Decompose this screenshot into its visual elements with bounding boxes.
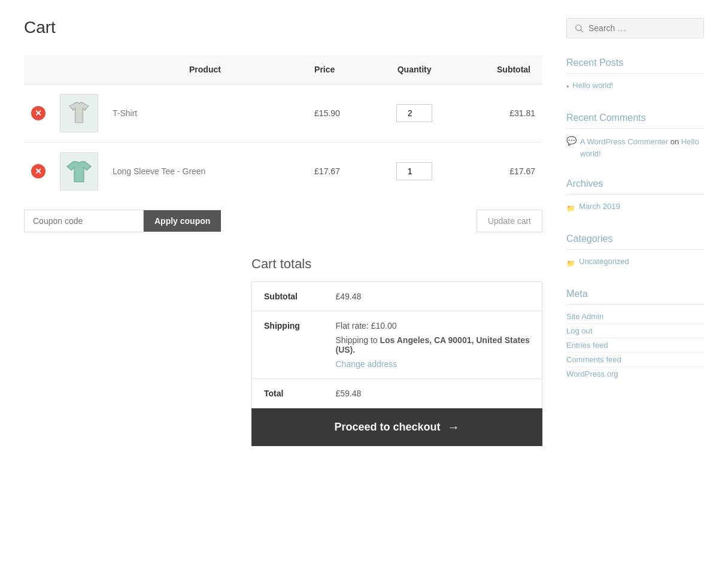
checkout-button[interactable]: Proceed to checkout →	[251, 408, 542, 446]
meta-link[interactable]: Site Admin	[566, 312, 704, 324]
update-cart-button[interactable]: Update cart	[477, 210, 542, 232]
product-image	[60, 152, 98, 190]
product-subtotal: £17.67	[456, 143, 542, 201]
sidebar-meta: Meta Site AdminLog outEntries feedCommen…	[566, 289, 704, 381]
folder-icon: 📁	[566, 259, 575, 268]
checkout-arrow-icon: →	[448, 420, 460, 434]
product-image	[60, 94, 98, 132]
shipping-label: Shipping	[252, 311, 324, 379]
apply-coupon-button[interactable]: Apply coupon	[144, 210, 221, 232]
svg-line-1	[581, 30, 583, 32]
product-price: £17.67	[307, 143, 373, 201]
remove-icon: ✕	[31, 164, 46, 178]
sidebar-recent-posts: Recent Posts ▪ Hello world!	[566, 57, 704, 93]
product-image-cell	[53, 84, 105, 143]
sidebar-archives: Archives 📁 March 2019	[566, 178, 704, 214]
meta-link[interactable]: Log out	[566, 326, 704, 338]
cart-totals-section: Cart totals Subtotal £49.48 Shipping Fla…	[24, 256, 542, 446]
shipping-address: Shipping to Los Angeles, CA 90001, Unite…	[336, 335, 530, 354]
subtotal-value: £49.48	[324, 282, 542, 311]
sidebar: Recent Posts ▪ Hello world! Recent Comme…	[566, 18, 704, 446]
post-icon: ▪	[566, 82, 569, 90]
meta-link[interactable]: Comments feed	[566, 355, 704, 367]
comment-icon: 💬	[566, 136, 577, 146]
recent-post-link[interactable]: Hello world!	[572, 81, 613, 90]
archive-link[interactable]: March 2019	[579, 202, 620, 211]
search-input[interactable]	[589, 23, 696, 33]
product-subtotal: £31.81	[456, 84, 542, 143]
remove-cell: ✕	[24, 143, 53, 201]
col-header-subtotal: Subtotal	[456, 55, 542, 84]
cart-totals-title: Cart totals	[251, 256, 542, 272]
list-item: 💬 A WordPress Commenter on Hello world!	[566, 136, 704, 159]
main-content: Cart Product Price Quantity Subtotal ✕	[24, 18, 542, 446]
subtotal-label: Subtotal	[252, 282, 324, 311]
svg-point-0	[576, 25, 581, 31]
folder-icon: 📁	[566, 204, 575, 213]
sidebar-recent-comments: Recent Comments 💬 A WordPress Commenter …	[566, 113, 704, 159]
remove-item-button[interactable]: ✕	[31, 106, 46, 120]
total-value: £59.48	[324, 379, 542, 408]
col-header-quantity: Quantity	[373, 55, 456, 84]
sidebar-categories: Categories 📁 Uncategorized	[566, 234, 704, 269]
coupon-row: Apply coupon Update cart	[24, 210, 542, 232]
change-address-link[interactable]: Change address	[336, 359, 530, 369]
recent-comments-heading: Recent Comments	[566, 113, 704, 129]
remove-icon: ✕	[31, 106, 46, 120]
recent-posts-heading: Recent Posts	[566, 57, 704, 74]
categories-heading: Categories	[566, 234, 704, 250]
product-name: Long Sleeve Tee - Green	[105, 143, 307, 201]
total-label: Total	[252, 379, 324, 408]
list-item: 📁 March 2019	[566, 202, 704, 214]
checkout-label: Proceed to checkout	[334, 421, 440, 434]
comment-author-link[interactable]: A WordPress Commenter	[580, 137, 668, 146]
quantity-input[interactable]	[396, 104, 432, 122]
product-quantity-cell	[373, 84, 456, 143]
meta-link[interactable]: WordPress.org	[566, 369, 704, 381]
table-row: ✕ T-Shirt £15.90 £31.81	[24, 84, 542, 143]
sidebar-search-section	[566, 18, 704, 38]
search-box	[566, 18, 704, 38]
shipping-value: Flat rate: £10.00 Shipping to Los Angele…	[324, 311, 542, 379]
quantity-input[interactable]	[396, 162, 432, 180]
product-price: £15.90	[307, 84, 373, 143]
remove-item-button[interactable]: ✕	[31, 164, 46, 178]
search-icon	[574, 23, 584, 33]
col-header-price: Price	[307, 55, 373, 84]
list-item: 📁 Uncategorized	[566, 257, 704, 269]
meta-link[interactable]: Entries feed	[566, 341, 704, 353]
list-item: ▪ Hello world!	[566, 81, 704, 93]
col-header-product: Product	[105, 55, 307, 84]
product-name: T-Shirt	[105, 84, 307, 143]
table-row: ✕ Long Sleeve Tee - Green £17.67 £17.67	[24, 143, 542, 201]
meta-heading: Meta	[566, 289, 704, 305]
product-quantity-cell	[373, 143, 456, 201]
archives-heading: Archives	[566, 178, 704, 195]
category-link[interactable]: Uncategorized	[579, 257, 629, 266]
product-image-cell	[53, 143, 105, 201]
totals-table: Subtotal £49.48 Shipping Flat rate: £10.…	[251, 281, 542, 408]
page-title: Cart	[24, 18, 542, 37]
remove-cell: ✕	[24, 84, 53, 143]
comment-text: A WordPress Commenter on Hello world!	[580, 136, 704, 159]
col-header-remove	[24, 55, 105, 84]
cart-table: Product Price Quantity Subtotal ✕ T-Shir…	[24, 55, 542, 200]
coupon-input[interactable]	[24, 210, 144, 232]
